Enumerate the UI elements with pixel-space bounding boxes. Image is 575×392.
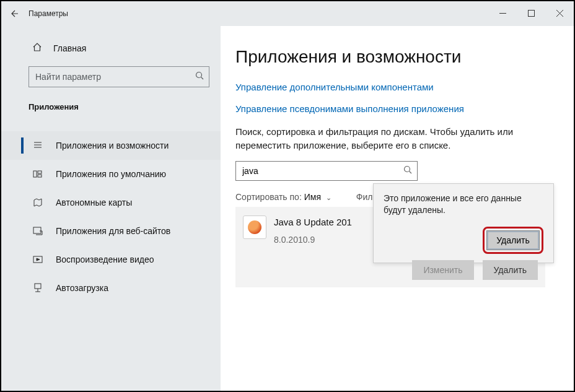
sidebar-item-startup[interactable]: Автозагрузка (1, 274, 221, 302)
apps-description: Поиск, сортировка и фильтрация по дискам… (235, 125, 533, 152)
uninstall-button[interactable]: Удалить (483, 260, 538, 280)
sidebar-item-video-playback[interactable]: Воспроизведение видео (1, 245, 221, 274)
sort-by[interactable]: Сортировать по: Имя ⌄ (235, 192, 331, 202)
svg-rect-10 (33, 227, 41, 233)
sidebar-item-label: Приложения для веб-сайтов (56, 226, 170, 236)
home-nav[interactable]: Главная (1, 38, 221, 58)
window-controls (488, 1, 574, 25)
confirm-uninstall-button[interactable]: Удалить (486, 230, 540, 250)
startup-icon (32, 283, 43, 293)
svg-point-2 (196, 72, 202, 78)
chevron-down-icon: ⌄ (326, 194, 331, 201)
window-title: Параметры (27, 9, 68, 18)
svg-rect-8 (38, 171, 42, 173)
app-name: Java 8 Update 201 (274, 216, 352, 227)
close-button[interactable] (545, 1, 574, 25)
sidebar-item-offline-maps[interactable]: Автономные карты (1, 188, 221, 217)
sidebar: Главная Приложения Приложения и возможно… (1, 26, 221, 391)
close-icon (556, 10, 563, 17)
link-app-execution-aliases[interactable]: Управление псевдонимами выполнения прило… (235, 103, 574, 114)
link-optional-features[interactable]: Управление дополнительными компонентами (235, 82, 574, 92)
maximize-icon (528, 10, 535, 17)
sidebar-item-apps-and-features[interactable]: Приложения и возможности (1, 131, 221, 160)
uninstall-flyout: Это приложение и все его данные будут уд… (373, 183, 554, 263)
svg-line-3 (201, 77, 204, 80)
home-icon (32, 42, 42, 54)
list-icon (32, 141, 43, 150)
section-title: Приложения (1, 98, 221, 118)
app-list: Java 8 Update 201 8.0.2010.9 Это приложе… (235, 207, 545, 287)
app-action-buttons: Изменить Удалить (412, 260, 538, 280)
svg-rect-1 (528, 10, 534, 16)
modify-button: Изменить (412, 260, 473, 280)
svg-line-16 (410, 171, 412, 173)
video-icon (32, 255, 43, 264)
minimize-icon (499, 10, 506, 17)
search-icon (403, 165, 412, 176)
sidebar-item-label: Приложения по умолчанию (56, 169, 166, 179)
sidebar-item-label: Автозагрузка (56, 283, 108, 293)
sidebar-item-label: Приложения и возможности (56, 141, 169, 150)
app-version: 8.0.2010.9 (274, 235, 352, 245)
maximize-button[interactable] (517, 1, 545, 25)
settings-search-input[interactable] (35, 72, 195, 82)
java-icon (243, 216, 266, 239)
nav-list: Приложения и возможности Приложения по у… (1, 131, 221, 302)
sort-value: Имя (304, 192, 321, 202)
svg-point-15 (405, 166, 410, 172)
search-icon (195, 71, 204, 82)
defaults-icon (32, 169, 43, 179)
page-heading: Приложения и возможности (235, 47, 574, 67)
home-label: Главная (53, 43, 86, 53)
app-search[interactable] (235, 161, 418, 181)
main-pane: Приложения и возможности Управление допо… (221, 26, 574, 391)
flyout-message: Это приложение и все его данные будут уд… (384, 193, 543, 217)
back-button[interactable] (1, 1, 27, 26)
sidebar-item-apps-for-websites[interactable]: Приложения для веб-сайтов (1, 217, 221, 245)
sidebar-item-label: Автономные карты (56, 198, 132, 207)
app-search-input[interactable] (242, 166, 403, 176)
arrow-left-icon (9, 9, 19, 19)
svg-rect-7 (33, 171, 37, 177)
titlebar: Параметры (1, 1, 574, 26)
websites-icon (32, 226, 43, 236)
sort-label: Сортировать по: (235, 192, 302, 202)
highlight-ring: Удалить (483, 227, 543, 254)
sidebar-item-label: Воспроизведение видео (56, 255, 154, 264)
svg-rect-12 (35, 284, 41, 289)
sidebar-item-default-apps[interactable]: Приложения по умолчанию (1, 160, 221, 188)
app-info: Java 8 Update 201 8.0.2010.9 (274, 216, 352, 245)
settings-search[interactable] (29, 66, 209, 87)
minimize-button[interactable] (488, 1, 517, 25)
map-icon (32, 198, 43, 207)
svg-rect-9 (38, 175, 42, 177)
